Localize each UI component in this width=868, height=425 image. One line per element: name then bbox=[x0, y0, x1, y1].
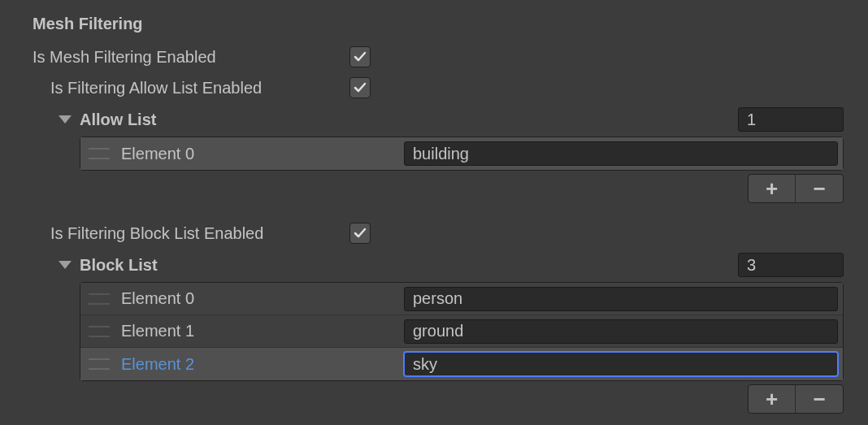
list-footer-block-list: + − bbox=[33, 384, 844, 414]
element-label: Element 2 bbox=[121, 355, 404, 374]
element-label: Element 1 bbox=[121, 322, 404, 340]
element-value-input[interactable] bbox=[404, 287, 838, 311]
checkbox-allow-list-enabled[interactable] bbox=[349, 77, 371, 98]
section-header-mesh-filtering: Mesh Filtering bbox=[33, 15, 844, 33]
row-allow-list-enabled: Is Filtering Allow List Enabled bbox=[33, 72, 844, 103]
foldout-icon[interactable] bbox=[59, 261, 72, 269]
foldout-icon[interactable] bbox=[59, 115, 72, 124]
add-button[interactable]: + bbox=[749, 175, 796, 202]
element-value-input[interactable] bbox=[404, 352, 838, 376]
element-value-input[interactable] bbox=[404, 319, 838, 344]
checkbox-block-list-enabled[interactable] bbox=[349, 223, 371, 244]
remove-button[interactable]: − bbox=[796, 385, 843, 413]
element-label: Element 0 bbox=[121, 145, 404, 163]
list-header-block-list: Block List bbox=[33, 250, 844, 280]
list-box-allow-list: Element 0 bbox=[80, 137, 844, 171]
drag-handle-icon[interactable] bbox=[89, 148, 110, 159]
add-button[interactable]: + bbox=[749, 385, 796, 413]
label-is-mesh-filtering-enabled: Is Mesh Filtering Enabled bbox=[33, 48, 349, 67]
element-value-input[interactable] bbox=[404, 141, 838, 166]
element-label: Element 0 bbox=[121, 289, 404, 308]
label-allow-list: Allow List bbox=[80, 111, 738, 129]
list-item[interactable]: Element 1 bbox=[80, 315, 843, 348]
list-header-allow-list: Allow List bbox=[33, 105, 844, 134]
list-item[interactable]: Element 0 bbox=[80, 283, 843, 315]
drag-handle-icon[interactable] bbox=[89, 293, 110, 305]
drag-handle-icon[interactable] bbox=[89, 358, 110, 370]
label-is-filtering-allow-list-enabled: Is Filtering Allow List Enabled bbox=[33, 79, 349, 98]
checkbox-mesh-filtering-enabled[interactable] bbox=[349, 46, 371, 67]
input-block-list-count[interactable] bbox=[738, 253, 844, 277]
input-allow-list-count[interactable] bbox=[738, 107, 844, 132]
drag-handle-icon[interactable] bbox=[89, 326, 110, 337]
remove-button[interactable]: − bbox=[796, 175, 843, 202]
label-block-list: Block List bbox=[80, 256, 738, 275]
label-is-filtering-block-list-enabled: Is Filtering Block List Enabled bbox=[33, 224, 349, 243]
list-item[interactable]: Element 0 bbox=[80, 137, 843, 170]
list-box-block-list: Element 0 Element 1 Element 2 bbox=[80, 282, 844, 381]
row-block-list-enabled: Is Filtering Block List Enabled bbox=[33, 218, 844, 249]
row-mesh-filtering-enabled: Is Mesh Filtering Enabled bbox=[33, 41, 844, 72]
list-item[interactable]: Element 2 bbox=[80, 348, 843, 380]
list-footer-allow-list: + − bbox=[33, 174, 844, 203]
